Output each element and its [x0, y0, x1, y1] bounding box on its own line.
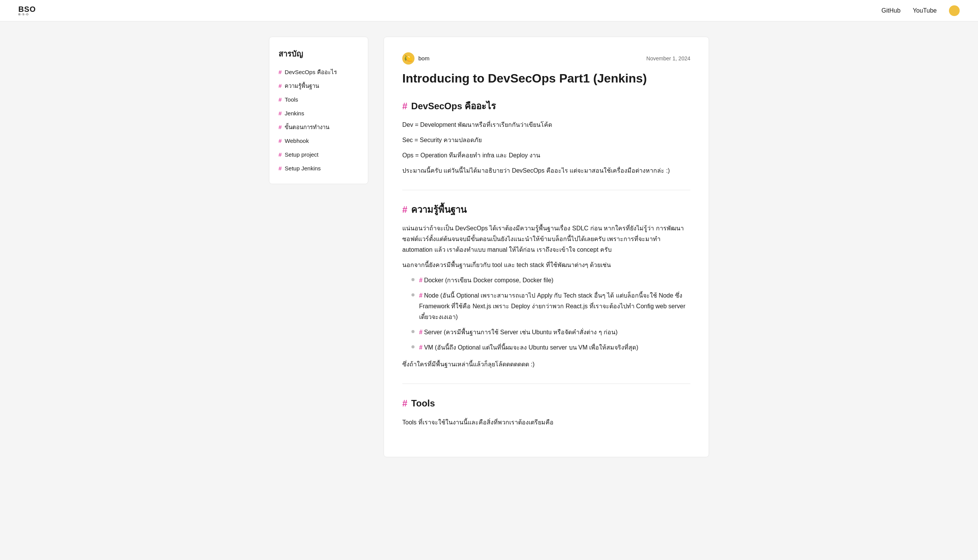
- sidebar-link[interactable]: Setup project: [285, 150, 318, 159]
- header: BSO B·S·O GitHub YouTube: [0, 0, 978, 22]
- bullet-item: #Docker (การเขียน Docker compose, Docker…: [412, 275, 690, 286]
- sidebar-title: สารบัญ: [278, 48, 359, 60]
- section-heading-devsecops: # DevSecOps คืออะไร: [402, 99, 690, 113]
- article-meta: 🍋 bom November 1, 2024: [402, 52, 690, 65]
- paragraph-sec: Sec = Security ความปลอดภัย: [402, 135, 690, 145]
- article-title: Introducing to DevSecOps Part1 (Jenkins): [402, 71, 690, 87]
- section-heading-basics: # ความรู้พื้นฐาน: [402, 202, 690, 217]
- section-heading-text-3: Tools: [411, 396, 435, 411]
- author-avatar: 🍋: [402, 52, 415, 65]
- bullet-dot: [412, 330, 415, 333]
- bullet-dot: [412, 345, 415, 348]
- bullet-content: #Server (ควรมีพื้นฐานการใช้ Server เช่น …: [419, 327, 690, 338]
- sidebar-hash: #: [278, 68, 282, 77]
- bullet-item: #VM (อันนี้ถึง Optional แต่ในที่นี้ผมจะล…: [412, 342, 690, 353]
- bullet-item: #Node (อันนี้ Optional เพราะสามารถเอาไป …: [412, 290, 690, 322]
- paragraph-basics-closing: ซึ่งถ้าใครที่มีพื้นฐานเหล่านี้แล้วก็ลุยโ…: [402, 359, 690, 370]
- divider-2: [402, 383, 690, 384]
- sidebar-hash: #: [278, 137, 282, 145]
- sidebar-link[interactable]: Tools: [285, 95, 298, 104]
- logo[interactable]: BSO B·S·O: [18, 5, 36, 16]
- paragraph-intro: ประมาณนี้ครับ แต่วันนี้ไม่ได้มาอธิบายว่า…: [402, 165, 690, 176]
- sidebar-link[interactable]: DevSecOps คืออะไร: [285, 68, 337, 77]
- sidebar-list-item[interactable]: # ขั้นตอนการทำงาน: [278, 123, 359, 132]
- bullet-hash-icon: #: [419, 277, 423, 283]
- basics-bullet-list: #Docker (การเขียน Docker compose, Docker…: [412, 275, 690, 353]
- divider-1: [402, 190, 690, 190]
- sidebar-list: # DevSecOps คืออะไร # ความรู้พื้นฐาน # T…: [278, 68, 359, 173]
- header-nav: GitHub YouTube: [881, 5, 960, 16]
- theme-toggle-button[interactable]: [949, 5, 960, 16]
- sidebar-hash: #: [278, 150, 282, 159]
- hash-icon-2: #: [402, 202, 407, 217]
- sidebar-list-item[interactable]: # Webhook: [278, 137, 359, 145]
- main-content: 🍋 bom November 1, 2024 Introducing to De…: [383, 37, 709, 457]
- paragraph-ops: Ops = Operation ทีมที่คอยทำ infra และ De…: [402, 150, 690, 161]
- sidebar-card: สารบัญ # DevSecOps คืออะไร # ความรู้พื้น…: [269, 37, 368, 184]
- bullet-hash-icon: #: [419, 329, 423, 335]
- nav-youtube[interactable]: YouTube: [913, 6, 937, 16]
- author-name: bom: [418, 54, 430, 63]
- author-info: 🍋 bom: [402, 52, 430, 65]
- sidebar-link[interactable]: ขั้นตอนการทำงาน: [285, 123, 329, 132]
- paragraph-tools-1: Tools ที่เราจะใช้ในงานนี้และคือสิ่งที่พว…: [402, 417, 690, 428]
- section-heading-text-2: ความรู้พื้นฐาน: [411, 202, 467, 217]
- paragraph-basics-2: นอกจากนี้ยังควรมีพื้นฐานเกี่ยวกับ tool แ…: [402, 260, 690, 270]
- sidebar-link[interactable]: Webhook: [285, 137, 309, 145]
- bullet-dot: [412, 278, 415, 281]
- sidebar-hash: #: [278, 109, 282, 118]
- paragraph-dev: Dev = Development พัฒนาหรือที่เราเรียกกั…: [402, 120, 690, 130]
- sidebar-hash: #: [278, 82, 282, 90]
- bullet-content: #VM (อันนี้ถึง Optional แต่ในที่นี้ผมจะล…: [419, 342, 690, 353]
- section-basics: # ความรู้พื้นฐาน แน่นอนว่าถ้าจะเป็น DevS…: [402, 202, 690, 370]
- sidebar-list-item[interactable]: # Setup Jenkins: [278, 164, 359, 173]
- section-tools: # Tools Tools ที่เราจะใช้ในงานนี้และคือส…: [402, 396, 690, 427]
- nav-github[interactable]: GitHub: [881, 6, 900, 16]
- article-date: November 1, 2024: [646, 54, 690, 63]
- section-devsecops: # DevSecOps คืออะไร Dev = Development พั…: [402, 99, 690, 176]
- sidebar-list-item[interactable]: # Setup project: [278, 150, 359, 159]
- bullet-hash-icon: #: [419, 292, 423, 299]
- sidebar-list-item[interactable]: # DevSecOps คืออะไร: [278, 68, 359, 77]
- paragraph-basics-1: แน่นอนว่าถ้าจะเป็น DevSecOps ได้เราต้องม…: [402, 223, 690, 255]
- bullet-hash-icon: #: [419, 344, 423, 351]
- sidebar-hash: #: [278, 95, 282, 104]
- hash-icon: #: [402, 99, 407, 113]
- logo-sub: B·S·O: [18, 13, 29, 16]
- sidebar: สารบัญ # DevSecOps คืออะไร # ความรู้พื้น…: [269, 37, 368, 457]
- sidebar-list-item[interactable]: # Tools: [278, 95, 359, 104]
- sidebar-list-item[interactable]: # Jenkins: [278, 109, 359, 118]
- bullet-item: #Server (ควรมีพื้นฐานการใช้ Server เช่น …: [412, 327, 690, 338]
- section-heading-text: DevSecOps คืออะไร: [411, 99, 496, 113]
- bullet-content: #Node (อันนี้ Optional เพราะสามารถเอาไป …: [419, 290, 690, 322]
- bullet-content: #Docker (การเขียน Docker compose, Docker…: [419, 275, 690, 286]
- sidebar-hash: #: [278, 123, 282, 132]
- section-heading-tools: # Tools: [402, 396, 690, 411]
- sidebar-hash: #: [278, 164, 282, 173]
- page-layout: สารบัญ # DevSecOps คืออะไร # ความรู้พื้น…: [260, 22, 718, 473]
- logo-main: BSO: [18, 5, 36, 13]
- sidebar-link[interactable]: ความรู้พื้นฐาน: [285, 82, 319, 90]
- sidebar-link[interactable]: Setup Jenkins: [285, 164, 320, 173]
- sidebar-list-item[interactable]: # ความรู้พื้นฐาน: [278, 82, 359, 90]
- hash-icon-3: #: [402, 396, 407, 411]
- sidebar-link[interactable]: Jenkins: [285, 109, 304, 118]
- bullet-dot: [412, 293, 415, 297]
